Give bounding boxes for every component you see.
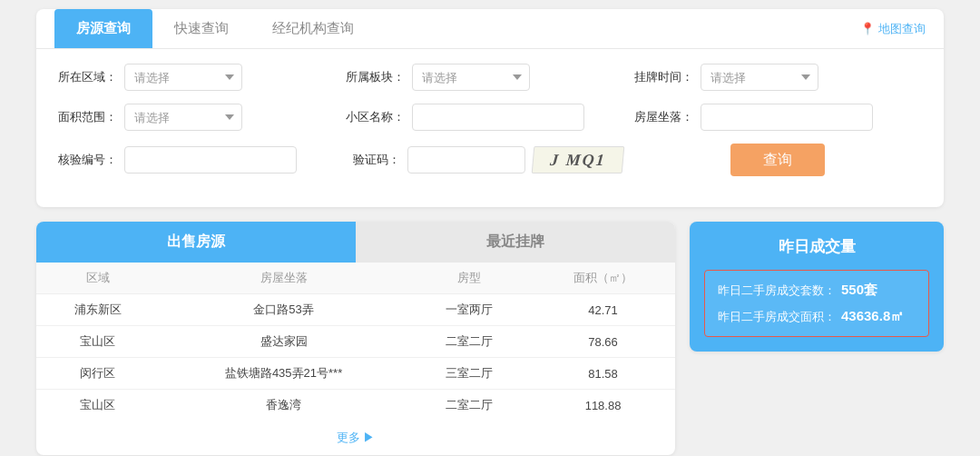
form-group-size: 面积范围： 请选择	[58, 104, 346, 131]
table-row: 闵行区 盐铁塘路435弄21号*** 三室二厅 81.58	[36, 358, 675, 390]
cell-size: 42.71	[531, 294, 675, 326]
label-size: 面积范围：	[58, 109, 117, 125]
stats-panel: 昨日成交量 昨日二手房成交套数： 550套 昨日二手房成交面积： 43636.8…	[690, 222, 944, 352]
form-group-community: 小区名称：	[346, 104, 633, 131]
search-panel: 房源查询 快速查询 经纪机构查询 📍 地图查询 所在区域： 请选择 所属板块：	[36, 9, 944, 207]
form-group-time: 挂牌时间： 请选择	[634, 64, 922, 91]
table-header-row: 区域 房屋坐落 房型 面积（㎡）	[36, 263, 675, 294]
more-link[interactable]: 更多 ▶	[36, 421, 675, 455]
tab-agency-search[interactable]: 经纪机构查询	[250, 9, 376, 48]
form-group-captcha: 验证码： J MQ1	[346, 146, 633, 173]
cell-address: 盐铁塘路435弄21号***	[160, 358, 408, 390]
cell-size: 81.58	[531, 358, 675, 390]
form-group-area: 所在区域： 请选择	[58, 64, 346, 91]
label-area: 所在区域：	[58, 69, 117, 85]
captcha-container: J MQ1	[407, 146, 623, 173]
stats-item-area: 昨日二手房成交面积： 43636.8㎡	[718, 308, 916, 325]
cell-type: 二室二厅	[407, 326, 531, 358]
form-group-verify-num: 核验编号：	[58, 146, 346, 173]
label-time: 挂牌时间：	[634, 69, 693, 85]
select-time[interactable]: 请选择	[701, 64, 818, 91]
col-header-size: 面积（㎡）	[531, 263, 675, 294]
input-captcha[interactable]	[407, 146, 525, 173]
map-link[interactable]: 📍 地图查询	[860, 21, 926, 37]
form-row-3: 核验编号： 验证码： J MQ1 查询	[58, 144, 922, 176]
stats-label-count: 昨日二手房成交套数：	[718, 283, 836, 299]
stats-label-area: 昨日二手房成交面积：	[718, 309, 836, 325]
main-container: 房源查询 快速查询 经纪机构查询 📍 地图查询 所在区域： 请选择 所属板块：	[36, 9, 944, 455]
cell-size: 118.88	[531, 390, 675, 421]
search-button[interactable]: 查询	[730, 144, 825, 176]
form-row-2: 面积范围： 请选择 小区名称： 房屋坐落：	[58, 104, 922, 131]
cell-type: 三室二厅	[407, 358, 531, 390]
location-icon: 📍	[860, 22, 875, 35]
col-header-address: 房屋坐落	[160, 263, 408, 294]
label-address: 房屋坐落：	[634, 109, 693, 125]
form-group-block: 所属板块： 请选择	[346, 64, 633, 91]
search-form: 所在区域： 请选择 所属板块： 请选择 挂牌时间： 请选择	[36, 49, 944, 176]
cell-area: 宝山区	[36, 326, 160, 358]
listing-tabs: 出售房源 最近挂牌	[36, 222, 675, 263]
cell-size: 78.66	[531, 326, 675, 358]
table-row: 宝山区 盛达家园 二室二厅 78.66	[36, 326, 675, 358]
input-verify-num[interactable]	[124, 146, 297, 173]
cell-area: 闵行区	[36, 358, 160, 390]
cell-area: 宝山区	[36, 390, 160, 421]
select-area[interactable]: 请选择	[124, 64, 242, 91]
col-header-type: 房型	[407, 263, 531, 294]
cell-address: 盛达家园	[160, 326, 408, 358]
cell-type: 一室两厅	[407, 294, 531, 326]
select-block[interactable]: 请选择	[412, 64, 530, 91]
captcha-image[interactable]: J MQ1	[532, 146, 625, 173]
col-header-area: 区域	[36, 263, 160, 294]
stats-value-area: 43636.8㎡	[841, 308, 904, 325]
cell-address: 金口路53弄	[160, 294, 408, 326]
table-row: 浦东新区 金口路53弄 一室两厅 42.71	[36, 294, 675, 326]
bottom-section: 出售房源 最近挂牌 区域 房屋坐落 房型 面积（㎡） 浦东新区 金口路53弄 一…	[36, 222, 944, 455]
form-row-1: 所在区域： 请选择 所属板块： 请选择 挂牌时间： 请选择	[58, 64, 922, 91]
cell-type: 二室二厅	[407, 390, 531, 421]
listing-panel: 出售房源 最近挂牌 区域 房屋坐落 房型 面积（㎡） 浦东新区 金口路53弄 一…	[36, 222, 675, 455]
label-block: 所属板块：	[346, 69, 405, 85]
label-captcha: 验证码：	[346, 152, 400, 168]
cell-area: 浦东新区	[36, 294, 160, 326]
tab-quick-search[interactable]: 快速查询	[152, 9, 250, 48]
listing-tab-recent[interactable]: 最近挂牌	[356, 222, 675, 263]
input-address[interactable]	[701, 104, 873, 131]
stats-item-count: 昨日二手房成交套数： 550套	[718, 282, 916, 299]
form-group-search-btn: 查询	[634, 144, 922, 176]
form-group-address: 房屋坐落：	[634, 104, 922, 131]
listing-tab-sale[interactable]: 出售房源	[36, 222, 356, 263]
stats-title: 昨日成交量	[704, 236, 929, 257]
input-community[interactable]	[412, 104, 584, 131]
stats-box: 昨日二手房成交套数： 550套 昨日二手房成交面积： 43636.8㎡	[704, 270, 929, 337]
top-tabs: 房源查询 快速查询 经纪机构查询 📍 地图查询	[36, 9, 944, 49]
listing-table: 区域 房屋坐落 房型 面积（㎡） 浦东新区 金口路53弄 一室两厅 42.71 …	[36, 263, 675, 421]
label-verify-num: 核验编号：	[58, 152, 117, 168]
table-row: 宝山区 香逸湾 二室二厅 118.88	[36, 390, 675, 421]
select-size[interactable]: 请选择	[124, 104, 242, 131]
label-community: 小区名称：	[346, 109, 405, 125]
stats-value-count: 550套	[841, 282, 877, 299]
map-link-label: 地图查询	[878, 21, 926, 37]
cell-address: 香逸湾	[160, 390, 408, 421]
tab-house-search[interactable]: 房源查询	[54, 9, 152, 48]
